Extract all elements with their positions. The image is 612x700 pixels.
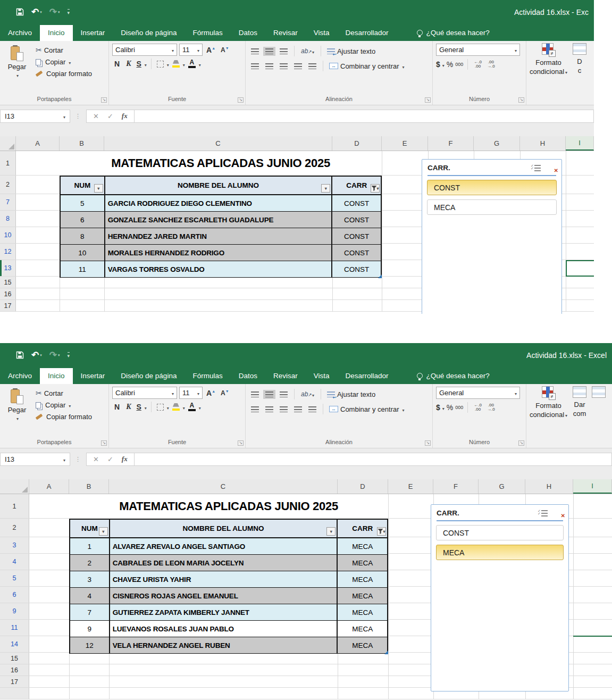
align-right-button[interactable] xyxy=(278,405,290,414)
column-header[interactable]: I xyxy=(566,136,594,151)
align-center-button[interactable] xyxy=(263,405,275,414)
bold-button[interactable]: N xyxy=(112,60,122,68)
row-header[interactable]: 11 xyxy=(0,620,29,636)
borders-icon[interactable] xyxy=(157,61,164,68)
increase-indent-button[interactable] xyxy=(306,62,318,71)
customize-qat-icon[interactable]: ▾ xyxy=(68,352,70,359)
filter-dropdown-icon[interactable] xyxy=(321,184,330,193)
enter-button[interactable]: ✓ xyxy=(107,455,113,463)
carr-cell[interactable]: CONST xyxy=(332,195,382,212)
font-size-combo[interactable]: 11 xyxy=(179,387,203,399)
row-header[interactable]: 3 xyxy=(0,537,29,553)
conditional-formatting-button[interactable]: ≠ Formato condicional xyxy=(530,386,567,438)
filter-active-icon[interactable] xyxy=(377,527,386,536)
row-header[interactable]: 16 xyxy=(0,664,29,676)
copy-button[interactable]: Copiar xyxy=(34,400,94,410)
tell-me-box[interactable]: ¿Qué desea hacer? xyxy=(417,29,490,41)
align-left-button[interactable] xyxy=(249,405,261,414)
num-cell[interactable]: 12 xyxy=(70,637,110,654)
name-cell[interactable]: MORALES HERNANDEZ RODRIGO xyxy=(105,245,333,261)
select-all-corner[interactable] xyxy=(0,136,16,151)
name-cell[interactable]: CABRALES DE LEON MARIA JOCELYN xyxy=(110,555,338,571)
carr-column-header[interactable]: CARR xyxy=(338,520,388,538)
paste-dropdown-icon[interactable] xyxy=(15,414,19,422)
column-header[interactable]: G xyxy=(479,479,525,494)
ribbon-tab[interactable]: Desarrollador xyxy=(338,25,397,41)
font-size-combo[interactable]: 11 xyxy=(179,44,203,56)
save-button[interactable] xyxy=(16,351,24,359)
ribbon-tab[interactable]: Datos xyxy=(231,368,265,384)
align-bottom-button[interactable] xyxy=(278,390,290,399)
number-format-combo[interactable]: General xyxy=(436,44,520,56)
cut-button[interactable]: ✂Cortar xyxy=(34,45,94,55)
name-column-header[interactable]: NOMBRE DEL ALUMNO xyxy=(110,520,338,538)
carr-cell[interactable]: CONST xyxy=(332,228,382,245)
orientation-button[interactable]: ab xyxy=(299,45,316,57)
redo-button[interactable]: ↷▾ xyxy=(49,351,60,360)
carr-cell[interactable]: MECA xyxy=(338,555,388,571)
row-header[interactable]: 15 xyxy=(0,277,16,288)
row-header[interactable]: 2 xyxy=(0,519,29,537)
carr-cell[interactable]: MECA xyxy=(338,621,388,637)
formula-input[interactable] xyxy=(135,110,594,123)
paste-button[interactable]: Pegar xyxy=(3,387,31,438)
row-header[interactable]: 9 xyxy=(0,603,29,619)
align-left-button[interactable] xyxy=(249,62,261,71)
carr-cell[interactable]: MECA xyxy=(338,588,388,604)
increase-decimal-button[interactable]: ←.0.00 xyxy=(472,60,483,69)
dialog-launcher-icon[interactable]: ↘ xyxy=(518,97,524,103)
ribbon-tab[interactable]: Archivo xyxy=(0,25,40,41)
percent-format-button[interactable]: % xyxy=(447,60,453,69)
column-header[interactable]: C xyxy=(109,479,338,494)
formula-bar-splitter[interactable]: ⋮ xyxy=(70,113,86,120)
cancel-button[interactable]: ✕ xyxy=(93,112,99,120)
align-middle-button[interactable] xyxy=(263,47,275,56)
undo-button[interactable]: ↶▾ xyxy=(31,7,42,16)
cut-button[interactable]: ✂Cortar xyxy=(34,388,94,398)
filter-active-icon[interactable] xyxy=(371,184,380,193)
name-cell[interactable]: CISNEROS ROJAS ANGEL EMANUEL xyxy=(110,588,338,604)
ribbon-tab[interactable]: Vista xyxy=(306,368,338,384)
carr-cell[interactable]: CONST xyxy=(332,212,382,228)
column-header[interactable]: B xyxy=(69,479,109,494)
num-cell[interactable]: 5 xyxy=(61,195,105,212)
ribbon-tab[interactable]: Fórmulas xyxy=(185,25,230,41)
name-cell[interactable]: VELA HERNANDEZ ANGEL RUBEN xyxy=(110,637,338,654)
dialog-launcher-icon[interactable]: ↘ xyxy=(425,440,431,446)
format-as-table-button[interactable]: Dar com xyxy=(573,386,586,438)
formula-bar-splitter[interactable]: ⋮ xyxy=(70,456,86,463)
align-top-button[interactable] xyxy=(249,47,261,56)
shrink-font-button[interactable]: A▼ xyxy=(219,389,231,397)
ribbon-tab[interactable]: Datos xyxy=(231,25,265,41)
row-header[interactable]: 14 xyxy=(0,636,29,652)
currency-format-button[interactable]: $ xyxy=(436,403,440,412)
ribbon-tab[interactable]: Revisar xyxy=(265,25,306,41)
percent-format-button[interactable]: % xyxy=(447,403,453,412)
row-header[interactable]: 1 xyxy=(0,494,29,518)
undo-dropdown-icon[interactable]: ▾ xyxy=(40,10,42,14)
multi-select-icon[interactable] xyxy=(539,510,548,516)
italic-button[interactable]: K xyxy=(124,60,133,68)
copy-button[interactable]: Copiar xyxy=(34,57,94,67)
decrease-decimal-button[interactable]: .00→.0 xyxy=(485,403,497,412)
paste-button[interactable]: Pegar xyxy=(3,44,31,95)
column-header[interactable]: C xyxy=(104,136,332,151)
underline-button[interactable]: S xyxy=(135,60,142,68)
sheet-title-cell[interactable]: MATEMATICAS APLICADAS JUNIO 2025 xyxy=(60,151,382,176)
row-header[interactable]: 6 xyxy=(0,587,29,603)
ribbon-tab[interactable]: Archivo xyxy=(0,368,40,384)
row-header[interactable]: 17 xyxy=(0,676,29,687)
format-as-table-button[interactable]: D c xyxy=(573,43,586,95)
align-middle-button[interactable] xyxy=(263,390,275,399)
slicer-item[interactable]: CONST xyxy=(427,180,557,195)
dialog-launcher-icon[interactable]: ↘ xyxy=(518,440,524,446)
name-box[interactable]: I13 xyxy=(0,453,70,466)
column-header[interactable]: H xyxy=(520,136,566,151)
redo-button[interactable]: ↷▾ xyxy=(49,7,60,16)
name-column-header[interactable]: NOMBRE DEL ALUMNO xyxy=(105,177,333,195)
carr-cell[interactable]: MECA xyxy=(338,637,388,654)
column-header[interactable]: H xyxy=(525,479,573,494)
num-column-header[interactable]: NUM xyxy=(70,520,110,538)
ribbon-tab[interactable]: Insertar xyxy=(73,368,113,384)
increase-decimal-button[interactable]: ←.0.00 xyxy=(472,403,483,412)
